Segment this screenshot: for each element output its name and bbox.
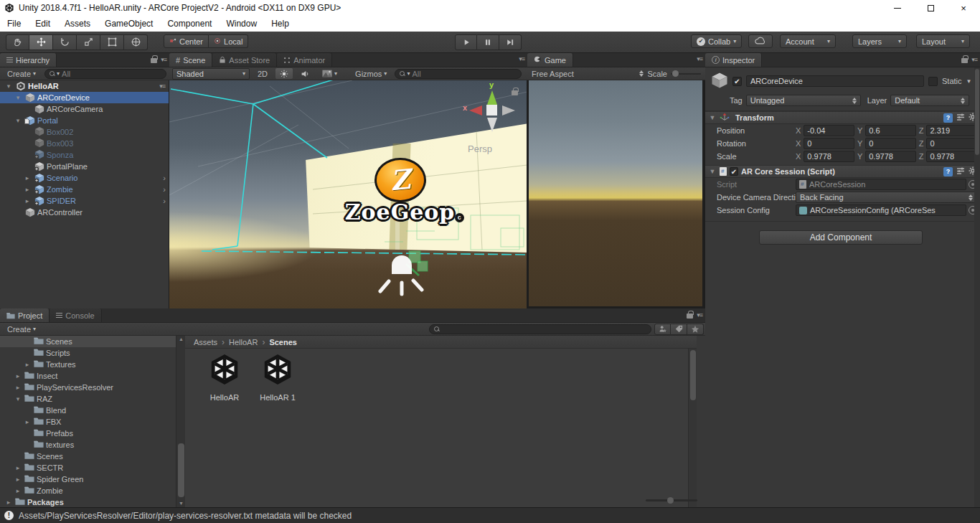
audio-toggle-button[interactable] [296,69,314,79]
tab-console[interactable]: Console [50,308,101,322]
prefab-open-arrow-icon[interactable]: › [163,185,166,194]
static-dropdown-arrow[interactable]: ▼ [966,78,972,85]
favorites-button[interactable] [687,324,704,335]
active-checkbox[interactable]: ✔ [732,77,742,86]
project-folder-fbx[interactable]: ▸FBX [0,416,176,428]
effects-toggle-button[interactable]: ▾ [318,69,341,79]
breadcrumb-scenes[interactable]: Scenes [269,338,297,347]
project-folder-scenes[interactable]: Scenes [0,451,176,462]
gizmos-dropdown[interactable]: Gizmos▾ [351,69,391,79]
pivot-center-button[interactable]: Center [164,34,209,48]
expand-arrow-icon[interactable]: ▸ [23,197,32,204]
search-by-label-button[interactable] [671,324,687,335]
position-y-field[interactable]: 0.6 [865,125,916,136]
expand-arrow-icon[interactable]: ▸ [23,186,32,193]
expand-arrow-icon[interactable]: ▾ [4,83,13,90]
content-scrollbar[interactable] [688,349,697,507]
scale-x-field[interactable]: 0.9778 [804,151,854,162]
2d-toggle-button[interactable]: 2D [253,69,272,79]
hierarchy-item-scenario[interactable]: ▸Scenario› [0,172,169,184]
scene-search-input[interactable]: ▾All [395,69,522,79]
hierarchy-item-arcoredevice[interactable]: ▾ARCoreDevice [0,92,169,103]
tab-project[interactable]: Project [0,308,50,322]
menu-file[interactable]: File [0,16,28,32]
component-enabled-checkbox[interactable]: ✔ [730,167,738,176]
hierarchy-search-input[interactable]: ▾All [44,69,166,79]
expand-arrow-icon[interactable]: ▾ [14,117,22,124]
layout-dropdown[interactable]: Layout▾ [916,34,970,48]
hierarchy-create-button[interactable]: Create▾ [3,69,40,79]
inspector-scrollbar[interactable] [974,67,980,507]
menu-edit[interactable]: Edit [28,16,57,32]
project-create-button[interactable]: Create▾ [3,324,40,334]
rotation-x-field[interactable]: 0 [804,138,854,149]
scale-slider-knob[interactable] [672,70,679,77]
project-folder-scenes[interactable]: Scenes [0,336,176,347]
foldout-arrow[interactable]: ▼ [708,114,717,121]
project-tree-scrollbar[interactable]: ▲ ▼ [176,336,185,507]
lock-icon[interactable] [961,58,968,63]
expand-arrow-icon[interactable]: ▾ [14,94,22,101]
session-config-object-field[interactable]: ARCoreSessionConfig (ARCoreSes [796,204,966,216]
hierarchy-item-arcorecamera[interactable]: ARCoreCamera [0,103,169,115]
lock-icon[interactable] [151,58,157,63]
object-name-field[interactable]: ARCoreDevice [746,75,924,87]
account-dropdown[interactable]: Account▾ [780,34,836,48]
scrollbar-thumb[interactable] [690,350,696,400]
tab-scene[interactable]: #Scene [169,53,212,67]
hierarchy-item-box003[interactable]: Box003 [0,138,169,149]
rect-tool-button[interactable] [100,34,124,50]
step-button[interactable] [499,34,522,50]
menu-gameobject[interactable]: GameObject [98,16,160,32]
tag-dropdown[interactable]: Untagged [746,95,861,106]
expand-arrow-icon[interactable]: ▸ [23,174,32,182]
panel-menu-icon[interactable]: ▾≡ [519,55,524,62]
hierarchy-item-box002[interactable]: Box002 [0,126,169,138]
hierarchy-item-spider[interactable]: ▸SPIDER› [0,195,169,207]
expand-arrow-icon[interactable]: ▸ [23,418,32,425]
script-object-field[interactable]: ARCoreSession [796,179,966,190]
breadcrumb-helloar[interactable]: HelloAR [229,338,258,347]
play-button[interactable] [455,34,477,50]
game-scale-slider[interactable] [671,73,701,75]
project-search-input[interactable] [429,324,651,334]
expand-arrow-icon[interactable]: ▸ [14,464,22,471]
tab-hierarchy[interactable]: Hierarchy [0,53,57,67]
layers-dropdown[interactable]: Layers▾ [852,34,907,48]
rotation-y-field[interactable]: 0 [865,138,916,149]
project-folder-textures[interactable]: textures [0,439,176,451]
collab-button[interactable]: ✔ Collab▾ [691,34,742,48]
presets-icon[interactable] [956,166,965,176]
add-component-button[interactable]: Add Component [759,230,923,245]
hierarchy-item-portalplane[interactable]: PortalPlane [0,161,169,172]
minimize-button[interactable] [881,0,914,16]
hierarchy-item-arcontroller[interactable]: ARController [0,207,169,218]
expand-arrow-icon[interactable]: ▸ [14,384,22,391]
asset-helloar-1[interactable]: HelloAR 1 [253,353,303,402]
draw-mode-dropdown[interactable]: Shaded▾ [172,68,250,80]
panel-menu-icon[interactable]: ▾≡ [697,55,702,62]
close-button[interactable]: × [947,0,980,16]
expand-arrow-icon[interactable]: ▸ [14,487,22,494]
maximize-button[interactable] [914,0,947,16]
move-tool-button[interactable] [29,34,53,50]
project-folder-textures[interactable]: ▸Textures [0,359,176,370]
asset-helloar[interactable]: HelloAR [199,353,250,402]
search-by-type-button[interactable] [654,324,671,335]
expand-arrow-icon[interactable]: ▸ [14,372,22,380]
arcore-session-component-header[interactable]: ▼ ✔ AR Core Session (Script) ? [705,165,980,178]
transform-tool-button[interactable] [124,34,148,50]
device-camera-direction-dropdown[interactable]: Back Facing [796,192,977,203]
scene-viewport[interactable]: Z ZoeGeopc y x Persp [169,80,527,308]
hand-tool-button[interactable] [6,34,29,50]
scrollbar-thumb[interactable] [178,443,184,497]
panel-menu-icon[interactable]: ▾≡ [971,56,977,63]
expand-arrow-icon[interactable]: ▸ [4,499,13,506]
status-bar[interactable]: ! Assets/PlayServicesResolver/Editor/pla… [0,507,980,523]
prefab-open-arrow-icon[interactable]: › [163,197,166,205]
scale-y-field[interactable]: 0.9778 [865,151,916,162]
panel-menu-icon[interactable]: ▾≡ [697,311,702,319]
expand-arrow-icon[interactable]: ▸ [14,476,22,483]
scene-menu-icon[interactable]: ▾≡ [159,83,165,90]
tab-game[interactable]: Game [527,53,573,67]
